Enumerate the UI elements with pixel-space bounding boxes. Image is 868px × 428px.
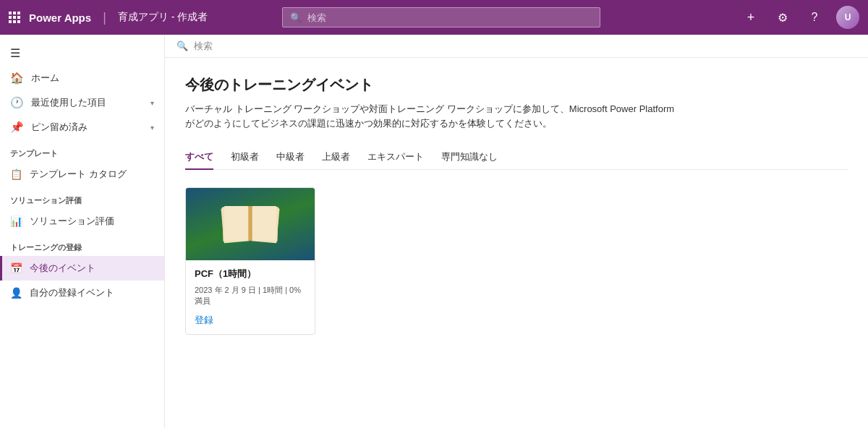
sidebar-item-solution-eval[interactable]: 📊 ソリューション評価 bbox=[0, 209, 164, 234]
svg-rect-5 bbox=[17, 16, 20, 19]
svg-rect-16 bbox=[223, 207, 249, 241]
topbar-search-input[interactable] bbox=[307, 12, 592, 23]
card-date: 2023 年 2 月 9 日 bbox=[195, 286, 256, 294]
tab-expert[interactable]: エキスパート bbox=[367, 145, 424, 169]
content-area: 今後のトレーニングイベント バーチャル トレーニング ワークショップや対面トレー… bbox=[165, 58, 868, 352]
sidebar-item-pinned[interactable]: 📌 ピン留め済み ▾ bbox=[0, 115, 164, 140]
svg-rect-7 bbox=[13, 20, 16, 23]
page-description: バーチャル トレーニング ワークショップや対面トレーニング ワークショップに参加… bbox=[185, 102, 677, 130]
event-card: PCF（1時間） 2023 年 2 月 9 日 | 1時間 | 0% 満員 登録 bbox=[185, 187, 315, 335]
svg-rect-4 bbox=[13, 16, 16, 19]
sidebar-item-upcoming-events[interactable]: 📅 今後のイベント bbox=[0, 256, 164, 281]
add-button[interactable]: + bbox=[741, 7, 761, 27]
topbar-breadcrumb: 育成アプリ - 作成者 bbox=[118, 11, 208, 24]
user-avatar[interactable]: U bbox=[836, 6, 859, 29]
recent-icon: 🕐 bbox=[10, 96, 24, 109]
upcoming-events-icon: 📅 bbox=[10, 262, 22, 274]
svg-rect-3 bbox=[9, 16, 12, 19]
card-body: PCF（1時間） 2023 年 2 月 9 日 | 1時間 | 0% 満員 登録 bbox=[186, 260, 315, 334]
svg-rect-1 bbox=[13, 12, 16, 14]
pinned-chevron-icon: ▾ bbox=[150, 124, 154, 132]
tab-advanced[interactable]: 上級者 bbox=[322, 145, 350, 169]
card-meta: 2023 年 2 月 9 日 | 1時間 | 0% 満員 bbox=[195, 285, 306, 307]
hamburger-button[interactable]: ☰ bbox=[0, 40, 164, 66]
tabs: すべて 初級者 中級者 上級者 エキスパート 専門知識なし bbox=[185, 145, 848, 170]
tab-beginner[interactable]: 初級者 bbox=[231, 145, 259, 169]
sidebar-home-label: ホーム bbox=[31, 72, 59, 85]
sidebar-template-catalog-label: テンプレート カタログ bbox=[30, 168, 127, 181]
page-title: 今後のトレーニングイベント bbox=[185, 75, 848, 95]
app-name: Power Apps bbox=[29, 12, 91, 24]
svg-rect-2 bbox=[17, 12, 20, 14]
pin-icon: 📌 bbox=[10, 121, 24, 134]
main-content: 🔍 今後のトレーニングイベント バーチャル トレーニング ワークショップや対面ト… bbox=[165, 35, 868, 428]
my-events-icon: 👤 bbox=[10, 287, 22, 299]
sidebar-pinned-label: ピン留め済み bbox=[31, 121, 88, 134]
svg-rect-0 bbox=[9, 12, 12, 14]
svg-rect-17 bbox=[252, 207, 278, 241]
grid-icon[interactable] bbox=[9, 12, 20, 23]
sidebar-recent-label: 最近使用した項目 bbox=[31, 96, 106, 109]
topbar-actions: + ⚙ ? U bbox=[741, 6, 859, 29]
sidebar-item-my-events[interactable]: 👤 自分の登録イベント bbox=[0, 281, 164, 305]
sidebar-upcoming-events-label: 今後のイベント bbox=[30, 262, 95, 275]
svg-rect-6 bbox=[9, 20, 12, 23]
topbar-search-container: 🔍 bbox=[282, 7, 600, 27]
secondary-search-icon: 🔍 bbox=[176, 40, 188, 51]
tab-intermediate[interactable]: 中級者 bbox=[276, 145, 305, 169]
template-group-label: テンプレート bbox=[0, 140, 164, 162]
home-icon: 🏠 bbox=[10, 72, 24, 85]
tab-all[interactable]: すべて bbox=[185, 145, 213, 169]
help-button[interactable]: ? bbox=[804, 7, 825, 27]
card-image bbox=[186, 188, 315, 260]
sidebar-item-recent[interactable]: 🕐 最近使用した項目 ▾ bbox=[0, 90, 164, 115]
card-title: PCF（1時間） bbox=[195, 268, 306, 281]
secondary-search-input[interactable] bbox=[194, 40, 856, 51]
svg-rect-8 bbox=[17, 20, 20, 23]
sidebar-item-template-catalog[interactable]: 📋 テンプレート カタログ bbox=[0, 162, 164, 187]
tab-no-expertise[interactable]: 専門知識なし bbox=[441, 145, 498, 169]
solution-eval-icon: 📊 bbox=[10, 215, 22, 227]
topbar-separator: | bbox=[103, 10, 106, 25]
settings-button[interactable]: ⚙ bbox=[773, 7, 793, 27]
layout: ☰ 🏠 ホーム 🕐 最近使用した項目 ▾ 📌 ピン留め済み ▾ テンプレート 📋… bbox=[0, 35, 868, 428]
sidebar-solution-eval-label: ソリューション評価 bbox=[30, 215, 114, 228]
secondary-search-bar: 🔍 bbox=[165, 35, 868, 58]
sidebar-my-events-label: 自分の登録イベント bbox=[30, 286, 114, 299]
recent-chevron-icon: ▾ bbox=[150, 99, 154, 107]
card-register-link[interactable]: 登録 bbox=[195, 314, 213, 325]
training-group-label: トレーニングの登録 bbox=[0, 234, 164, 256]
events-grid: PCF（1時間） 2023 年 2 月 9 日 | 1時間 | 0% 満員 登録 bbox=[185, 187, 848, 335]
sidebar-item-home[interactable]: 🏠 ホーム bbox=[0, 66, 164, 90]
card-progress: 0% bbox=[289, 286, 301, 294]
card-status: 満員 bbox=[195, 296, 210, 305]
solution-group-label: ソリューション評価 bbox=[0, 187, 164, 209]
card-duration: 1時間 bbox=[263, 286, 283, 294]
topbar-search-icon: 🔍 bbox=[290, 12, 302, 23]
topbar: Power Apps | 育成アプリ - 作成者 🔍 + ⚙ ? U bbox=[0, 0, 868, 35]
sidebar: ☰ 🏠 ホーム 🕐 最近使用した項目 ▾ 📌 ピン留め済み ▾ テンプレート 📋… bbox=[0, 35, 165, 428]
template-catalog-icon: 📋 bbox=[10, 168, 22, 180]
